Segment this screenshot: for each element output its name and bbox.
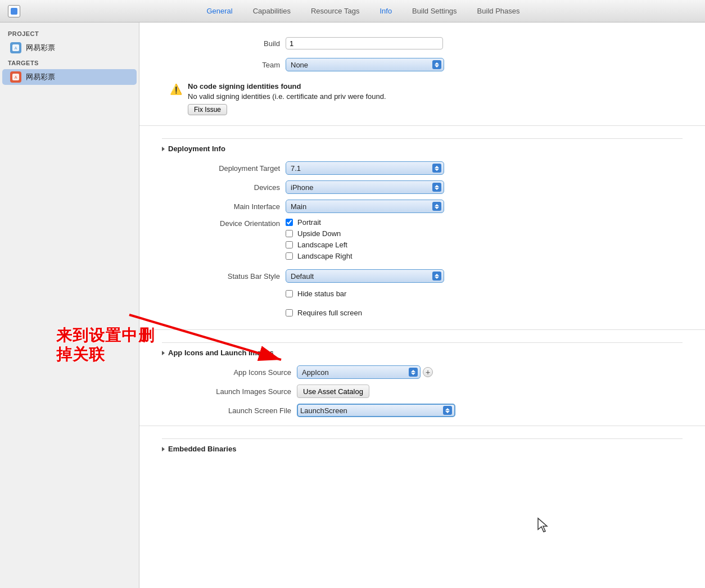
main-interface-row: Main Interface Main: [162, 199, 683, 214]
dev-arrow-down: [435, 188, 439, 190]
tab-info[interactable]: Info: [379, 6, 392, 16]
use-asset-catalog-button[interactable]: Use Asset Catalog: [297, 385, 369, 398]
deployment-target-label: Deployment Target: [162, 164, 286, 173]
launch-screen-arrow: [443, 406, 452, 415]
embedded-binaries-section: Embedded Binaries: [139, 431, 705, 458]
team-select-value: None: [288, 61, 432, 69]
hide-status-bar-checkbox-row: Hide status bar: [286, 290, 346, 298]
project-icon: A: [10, 42, 21, 53]
sidebar: PROJECT A 网易彩票 TARGETS A 网易彩票: [0, 22, 139, 588]
app-icons-source-label: App Icons Source: [162, 368, 297, 377]
sb-arrow-up: [435, 274, 439, 276]
main-interface-arrow: [432, 202, 441, 211]
build-row: Build: [162, 36, 683, 51]
warning-box: ⚠️ No code signing identities found No v…: [162, 76, 683, 121]
requires-full-screen-label: Requires full screen: [297, 309, 362, 317]
dt-arrow-double: [435, 166, 439, 171]
tab-general[interactable]: General: [206, 6, 232, 16]
dt-arrow-up: [435, 166, 439, 168]
svg-text:A: A: [15, 75, 17, 79]
content-area: Build Team None ⚠️: [139, 22, 705, 588]
portrait-row: Portrait: [286, 218, 352, 227]
warning-body: No valid signing identities (i.e. certif…: [188, 92, 386, 101]
tab-capabilities[interactable]: Capabilities: [253, 6, 291, 16]
device-orientation-label: Device Orientation: [162, 218, 286, 228]
sidebar-targets-label: TARGETS: [0, 56, 139, 69]
status-bar-style-select[interactable]: Default: [286, 269, 444, 283]
upside-down-label: Upside Down: [297, 229, 341, 238]
mi-arrow-double: [435, 204, 439, 209]
hide-status-bar-label: Hide status bar: [297, 290, 346, 298]
svg-text:A: A: [15, 46, 17, 50]
team-select-arrow: [432, 60, 441, 69]
sb-arrow-down: [435, 277, 439, 279]
divider-3: [139, 426, 705, 426]
dt-arrow-down: [435, 169, 439, 171]
upside-down-row: Upside Down: [286, 229, 352, 238]
landscape-left-checkbox[interactable]: [286, 241, 293, 248]
launch-images-source-label: Launch Images Source: [162, 387, 297, 396]
app-icons-arrow: [409, 368, 418, 377]
tab-bar: General Capabilities Resource Tags Info …: [29, 6, 697, 16]
tab-build-settings[interactable]: Build Settings: [412, 6, 457, 16]
app-icons-source-row: App Icons Source AppIcon +: [162, 365, 683, 379]
portrait-checkbox[interactable]: [286, 219, 293, 226]
team-row: Team None: [162, 57, 683, 72]
dev-arrow-double: [435, 185, 439, 190]
tab-build-phases[interactable]: Build Phases: [477, 6, 520, 16]
status-bar-arrow: [432, 272, 441, 281]
requires-full-screen-checkbox-row: Requires full screen: [286, 309, 362, 317]
app-icons-section-header: App Icons and Launch Images: [162, 342, 683, 361]
requires-full-screen-checkbox[interactable]: [286, 309, 293, 316]
main-layout: PROJECT A 网易彩票 TARGETS A 网易彩票 Build Team: [0, 22, 705, 588]
deployment-section: Deployment Info Deployment Target 7.1 De…: [139, 130, 705, 322]
build-label: Build: [162, 39, 286, 48]
upside-down-checkbox[interactable]: [286, 230, 293, 237]
toolbar: General Capabilities Resource Tags Info …: [0, 0, 705, 22]
landscape-right-checkbox[interactable]: [286, 252, 293, 260]
app-icons-source-value: AppIcon: [300, 368, 409, 377]
ai-arrow-up: [411, 370, 415, 372]
launch-screen-file-label: Launch Screen File: [162, 406, 297, 415]
deployment-target-row: Deployment Target 7.1: [162, 161, 683, 175]
embedded-triangle[interactable]: [162, 447, 165, 451]
team-select[interactable]: None: [286, 58, 444, 71]
app-icons-source-select[interactable]: AppIcon: [297, 365, 421, 379]
add-app-icon-button[interactable]: +: [423, 367, 433, 377]
sidebar-project-label: PROJECT: [0, 27, 139, 39]
app-icons-triangle[interactable]: [162, 351, 165, 355]
mi-arrow-up: [435, 204, 439, 206]
deployment-target-arrow: [432, 164, 441, 173]
collapse-triangle[interactable]: [162, 147, 165, 151]
landscape-left-row: Landscape Left: [286, 241, 352, 249]
devices-label: Devices: [162, 183, 286, 192]
tab-resource-tags[interactable]: Resource Tags: [311, 6, 359, 16]
sidebar-item-target[interactable]: A 网易彩票: [2, 69, 137, 85]
ls-arrow-double: [445, 408, 450, 413]
deployment-section-title: Deployment Info: [168, 144, 225, 153]
main-interface-select[interactable]: Main: [286, 200, 444, 213]
ls-arrow-down: [445, 411, 450, 413]
launch-screen-file-select[interactable]: LaunchScreen: [297, 404, 455, 417]
svg-rect-0: [11, 8, 17, 15]
sidebar-target-name: 网易彩票: [26, 72, 55, 82]
portrait-label: Portrait: [297, 218, 321, 227]
sidebar-item-project[interactable]: A 网易彩票: [2, 40, 137, 56]
team-label: Team: [162, 61, 286, 69]
status-bar-style-value: Default: [288, 272, 432, 281]
ls-arrow-up: [445, 408, 450, 410]
warning-icon: ⚠️: [170, 83, 182, 96]
sidebar-project-name: 网易彩票: [26, 43, 55, 53]
warning-text: No code signing identities found No vali…: [188, 82, 386, 115]
fix-issue-button[interactable]: Fix Issue: [188, 104, 227, 115]
launch-screen-file-row: Launch Screen File LaunchScreen: [162, 403, 683, 418]
devices-select[interactable]: iPhone: [286, 180, 444, 194]
xcode-icon[interactable]: [8, 5, 20, 17]
status-bar-style-label: Status Bar Style: [162, 272, 286, 281]
deployment-target-select[interactable]: 7.1: [286, 161, 444, 175]
build-input[interactable]: [286, 37, 443, 49]
sb-arrow-double: [435, 274, 439, 279]
target-icon: A: [10, 71, 21, 83]
app-icons-section: App Icons and Launch Images App Icons So…: [139, 334, 705, 418]
hide-status-bar-checkbox[interactable]: [286, 290, 293, 297]
